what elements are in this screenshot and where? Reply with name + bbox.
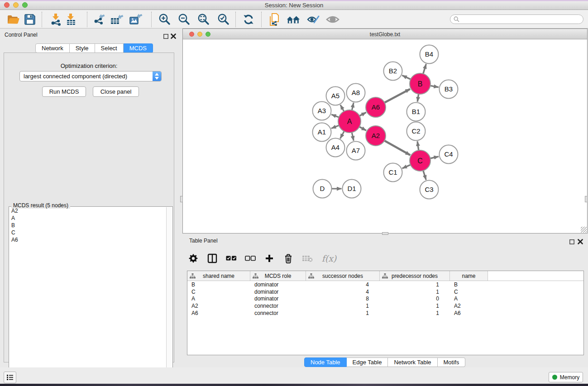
refresh-icon[interactable] (241, 13, 256, 26)
graph-node-A4[interactable]: A4 (326, 138, 345, 157)
graph-edge-A-A1[interactable] (331, 125, 339, 129)
cell-mcds-role[interactable]: connector (250, 310, 306, 316)
save-session-icon[interactable] (23, 13, 37, 26)
graph-edge-A-A4[interactable] (340, 131, 344, 138)
graph-node-C4[interactable]: C4 (440, 145, 458, 164)
graph-node-B[interactable]: B (410, 73, 430, 94)
delete-column-icon[interactable] (282, 252, 295, 265)
criterion-select[interactable]: largest connected component (directed) (19, 71, 162, 81)
graph-edge-B-B1[interactable] (417, 94, 419, 102)
cell-name[interactable]: A2 (450, 303, 488, 309)
graph-edge-A-A3[interactable] (331, 114, 339, 118)
column-header-successor-nodes[interactable]: successor nodes (306, 271, 380, 281)
cell-successor-nodes[interactable]: 4 (306, 281, 380, 288)
cell-mcds-role[interactable]: connector (250, 303, 306, 309)
column-visibility-icon[interactable] (206, 252, 219, 265)
tab-motifs[interactable]: Motifs (438, 357, 466, 367)
select-all-icon[interactable] (225, 252, 238, 265)
graph-edge-A6-B[interactable] (384, 89, 410, 103)
zoom-fit-icon[interactable] (196, 13, 210, 26)
export-network-icon[interactable] (92, 13, 106, 26)
memory-button[interactable]: Memory (549, 372, 583, 382)
graph-edge-A-A8[interactable] (352, 103, 354, 111)
mcds-result-item[interactable]: A6 (10, 236, 167, 243)
graph-node-B1[interactable]: B1 (407, 103, 425, 121)
column-header-predecessor-nodes[interactable]: predecessor nodes (380, 271, 450, 281)
graph-edge-B-B4[interactable] (423, 64, 426, 74)
cell-successor-nodes[interactable]: 1 (306, 303, 380, 309)
graph-node-A2[interactable]: A2 (366, 126, 386, 146)
cell-shared-name[interactable]: A (187, 295, 250, 302)
graph-edge-C-C4[interactable] (430, 157, 439, 158)
table-row[interactable]: Adominator80A (187, 295, 583, 302)
graph-node-D[interactable]: D (313, 180, 332, 198)
tab-network[interactable]: Network (35, 43, 70, 53)
graph-node-A5[interactable]: A5 (326, 87, 345, 105)
graph-edge-A-A2[interactable] (359, 127, 366, 131)
network-resize-grip[interactable] (581, 227, 587, 233)
column-header-name[interactable]: name (450, 271, 488, 281)
graph-node-C2[interactable]: C2 (407, 122, 425, 141)
run-mcds-button[interactable]: Run MCDS (42, 86, 86, 97)
table-panel-close-icon[interactable] (578, 238, 583, 243)
table-panel-float-icon[interactable] (569, 238, 574, 243)
cell-predecessor-nodes[interactable]: 1 (380, 281, 450, 288)
graph-node-B2[interactable]: B2 (384, 62, 402, 81)
cell-name[interactable]: B (450, 281, 488, 288)
column-header-mcds-role[interactable]: MCDS role (250, 271, 306, 281)
cell-successor-nodes[interactable]: 8 (306, 295, 380, 302)
tab-style[interactable]: Style (70, 43, 95, 53)
show-panels-list-button[interactable] (4, 372, 16, 383)
zoom-selected-icon[interactable] (216, 13, 230, 26)
graph-node-A3[interactable]: A3 (313, 102, 331, 120)
mcds-result-scrollbar[interactable] (166, 207, 172, 386)
network-canvas[interactable]: B4B2BB3A5A8A6A3AB1A1C2A2A4A7C4CC1C3DD1 (183, 39, 587, 233)
cell-mcds-role[interactable]: dominator (250, 281, 306, 288)
deselect-all-icon[interactable] (244, 252, 257, 265)
function-builder-icon[interactable]: f(x) (320, 252, 338, 265)
graph-edge-A2-C[interactable] (384, 140, 410, 155)
graph-edge-A-A6[interactable] (359, 112, 366, 116)
graph-node-A1[interactable]: A1 (313, 123, 331, 142)
delete-table-icon[interactable] (301, 252, 314, 265)
cell-predecessor-nodes[interactable]: 1 (380, 310, 450, 316)
graph-edge-C-C1[interactable] (402, 165, 411, 168)
cell-shared-name[interactable]: A6 (187, 310, 250, 316)
graph-edge-A-A5[interactable] (340, 105, 344, 112)
close-panel-button[interactable]: Close panel (93, 86, 139, 97)
cell-successor-nodes[interactable]: 4 (306, 289, 380, 295)
graph-node-C3[interactable]: C3 (420, 181, 439, 199)
tab-node-table[interactable]: Node Table (304, 357, 347, 367)
zoom-in-icon[interactable] (157, 13, 172, 26)
graph-edge-B-B3[interactable] (430, 86, 439, 87)
graph-node-A[interactable]: A (338, 110, 361, 133)
graph-edge-C-C2[interactable] (417, 141, 419, 151)
right-divider-grip[interactable] (585, 196, 588, 202)
export-table-icon[interactable] (110, 13, 124, 26)
cell-predecessor-nodes[interactable]: 0 (380, 295, 450, 302)
export-image-icon[interactable] (129, 13, 143, 26)
cell-predecessor-nodes[interactable]: 1 (380, 289, 450, 295)
cell-mcds-role[interactable]: dominator (250, 295, 306, 302)
cell-mcds-role[interactable]: dominator (250, 289, 306, 295)
table-settings-icon[interactable] (187, 252, 200, 265)
zoom-out-icon[interactable] (177, 13, 191, 26)
graph-edge-B-B2[interactable] (402, 76, 411, 80)
graph-edge-A-A7[interactable] (352, 132, 354, 141)
cell-successor-nodes[interactable]: 1 (306, 310, 380, 316)
control-panel-close-icon[interactable] (171, 33, 176, 38)
mcds-result-item[interactable]: C (10, 229, 167, 236)
cell-predecessor-nodes[interactable]: 1 (380, 303, 450, 309)
new-network-from-selection-icon[interactable] (268, 13, 282, 26)
left-divider-grip[interactable] (180, 196, 183, 202)
table-row[interactable]: Bdominator41B (187, 281, 583, 288)
tab-select[interactable]: Select (95, 43, 124, 53)
search-input[interactable] (461, 15, 583, 23)
tab-mcds[interactable]: MCDS (124, 43, 153, 53)
import-network-icon[interactable] (49, 13, 63, 26)
mcds-result-item[interactable]: A (10, 214, 167, 222)
network-window-titlebar[interactable]: testGlobe.txt (183, 29, 587, 39)
cell-name[interactable]: A (450, 295, 488, 302)
cell-name[interactable]: A6 (450, 310, 488, 316)
graph-node-C[interactable]: C (410, 150, 430, 171)
